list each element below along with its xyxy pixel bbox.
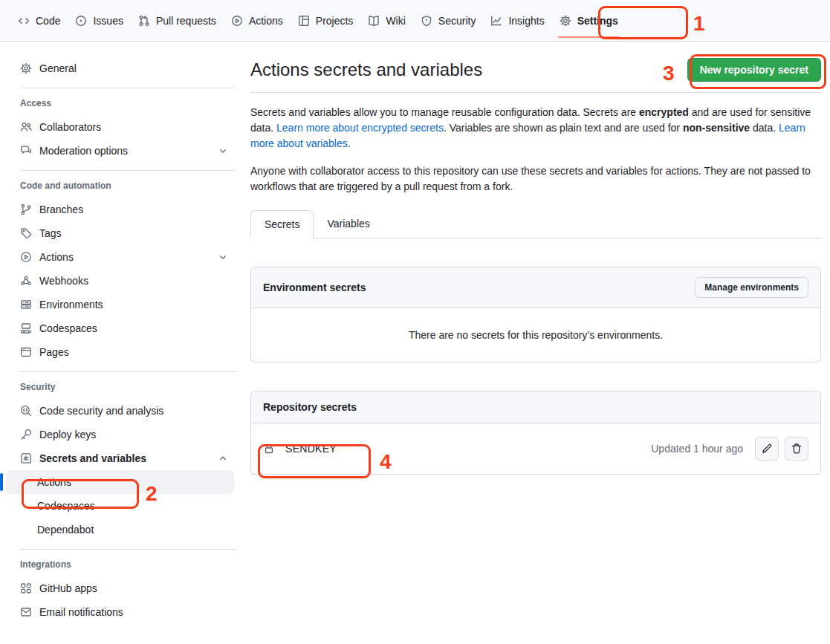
gear-icon [560, 15, 571, 27]
sidebar-subitem-codespaces[interactable]: Codespaces [6, 494, 234, 518]
sidebar-item-codespaces[interactable]: Codespaces [20, 316, 239, 340]
sidebar-item-label: Environments [39, 299, 103, 310]
nav-tab-insights[interactable]: Insights [483, 0, 551, 41]
sidebar-item-branches[interactable]: Branches [20, 198, 239, 221]
sidebar-item-label: Branches [39, 204, 83, 215]
nav-tab-issues[interactable]: Issues [68, 0, 130, 41]
secrets-and-variables-submenu: Actions Codespaces Dependabot [6, 470, 239, 541]
nav-tab-pull-requests[interactable]: Pull requests [131, 0, 224, 41]
sidebar-section-security: Security [20, 380, 239, 394]
divider [20, 371, 236, 372]
manage-environments-button[interactable]: Manage environments [695, 277, 808, 298]
lock-icon [263, 443, 275, 455]
repository-secrets-title: Repository secrets [263, 401, 357, 413]
mail-icon [20, 606, 32, 618]
secret-row: SENDKEY Updated 1 hour ago [251, 423, 820, 474]
page-header: Actions secrets and variables New reposi… [250, 42, 821, 93]
sidebar-item-label: Actions [39, 251, 74, 263]
intro-text-segment: . [348, 137, 351, 149]
sidebar-section-access: Access [20, 96, 239, 111]
sidebar-item-webhooks[interactable]: Webhooks [20, 269, 239, 293]
new-repository-secret-button[interactable]: New repository secret [687, 58, 821, 82]
nav-tab-actions[interactable]: Actions [224, 0, 291, 41]
nav-tab-label: Settings [577, 15, 618, 27]
sidebar-item-label: General [39, 62, 77, 74]
people-icon [20, 121, 32, 133]
pencil-icon [761, 443, 773, 455]
nav-tab-label: Code [36, 15, 60, 27]
nav-tab-label: Issues [93, 15, 123, 27]
nav-tab-label: Pull requests [156, 15, 216, 27]
secret-updated-timestamp: Updated 1 hour ago [651, 443, 743, 455]
tab-secrets[interactable]: Secrets [250, 210, 314, 238]
nav-tab-projects[interactable]: Projects [291, 0, 361, 41]
intro-bold-non-sensitive: non-sensitive [683, 122, 750, 134]
sidebar-section-integrations: Integrations [20, 557, 239, 572]
sidebar-item-label: Webhooks [39, 275, 88, 287]
environment-secrets-header: Environment secrets Manage environments [251, 267, 820, 308]
main-content: Actions secrets and variables New reposi… [250, 42, 821, 475]
chevron-up-icon [218, 453, 228, 464]
nav-tab-code[interactable]: Code [10, 0, 68, 41]
nav-tab-settings[interactable]: Settings [552, 0, 626, 41]
secret-asterisk-icon [20, 452, 32, 464]
nav-tab-label: Wiki [386, 15, 405, 27]
sidebar-item-label: Secrets and variables [39, 452, 146, 464]
sidebar-item-deploy-keys[interactable]: Deploy keys [20, 423, 239, 446]
server-icon [20, 299, 32, 310]
sidebar-item-github-apps[interactable]: GitHub apps [20, 576, 239, 600]
sidebar-item-collaborators[interactable]: Collaborators [20, 115, 239, 139]
sidebar-item-label: Pages [39, 346, 69, 358]
sidebar-item-label: Collaborators [39, 121, 101, 133]
gear-icon [20, 62, 32, 74]
nav-tab-label: Actions [249, 15, 283, 27]
intro-text: Secrets and variables allow you to manag… [250, 105, 821, 195]
sidebar-subitem-label: Codespaces [37, 500, 95, 512]
play-icon [20, 251, 32, 263]
table-icon [298, 15, 310, 27]
delete-secret-button[interactable] [785, 437, 808, 461]
sidebar-item-moderation-options[interactable]: Moderation options [20, 139, 239, 163]
sidebar-subitem-actions[interactable]: Actions [6, 470, 234, 494]
git-branch-icon [20, 204, 32, 215]
intro-text-segment: . Variables are shown as plain text and … [444, 122, 683, 134]
comment-discussion-icon [20, 145, 32, 157]
sidebar-item-label: Tags [39, 227, 62, 239]
sidebar-item-label: Email notifications [39, 606, 123, 618]
divider [20, 549, 236, 550]
sidebar-item-environments[interactable]: Environments [20, 293, 239, 316]
nav-tab-wiki[interactable]: Wiki [360, 0, 412, 41]
sidebar-item-label: Deploy keys [39, 429, 96, 440]
nav-tab-security[interactable]: Security [413, 0, 484, 41]
secret-name: SENDKEY [285, 443, 337, 455]
intro-text-segment: data. [750, 122, 779, 134]
nav-tab-label: Security [438, 15, 476, 27]
play-icon [231, 15, 243, 27]
sidebar-item-tags[interactable]: Tags [20, 221, 239, 245]
sidebar-subitem-dependabot[interactable]: Dependabot [6, 518, 234, 541]
sidebar-item-secrets-and-variables[interactable]: Secrets and variables [20, 446, 239, 470]
github-settings-page: Code Issues Pull requests Actions Projec… [0, 0, 830, 644]
sidebar-item-email-notifications[interactable]: Email notifications [20, 600, 239, 624]
browser-icon [20, 346, 32, 358]
sidebar-item-label: Moderation options [39, 145, 128, 157]
codespaces-icon [20, 322, 32, 334]
divider [20, 88, 236, 88]
sidebar-item-actions[interactable]: Actions [20, 245, 239, 269]
sidebar-item-general[interactable]: General [20, 56, 239, 80]
codescan-icon [20, 405, 32, 417]
sidebar-subitem-label: Actions [37, 476, 71, 488]
graph-icon [490, 15, 502, 27]
book-icon [368, 15, 380, 27]
edit-secret-button[interactable] [755, 437, 779, 461]
sidebar-subitem-label: Dependabot [37, 524, 94, 536]
chevron-down-icon [218, 146, 228, 156]
sidebar-item-code-security-and-analysis[interactable]: Code security and analysis [20, 399, 239, 423]
repository-secrets-card: Repository secrets SENDKEY Updated 1 hou… [250, 391, 821, 475]
link-learn-more-encrypted-secrets[interactable]: Learn more about encrypted secrets [276, 122, 444, 134]
sidebar-item-pages[interactable]: Pages [20, 340, 239, 364]
sidebar-item-label: Codespaces [39, 322, 97, 334]
tab-variables[interactable]: Variables [314, 209, 383, 238]
nav-tab-label: Insights [508, 15, 544, 27]
chevron-down-icon [218, 252, 228, 262]
